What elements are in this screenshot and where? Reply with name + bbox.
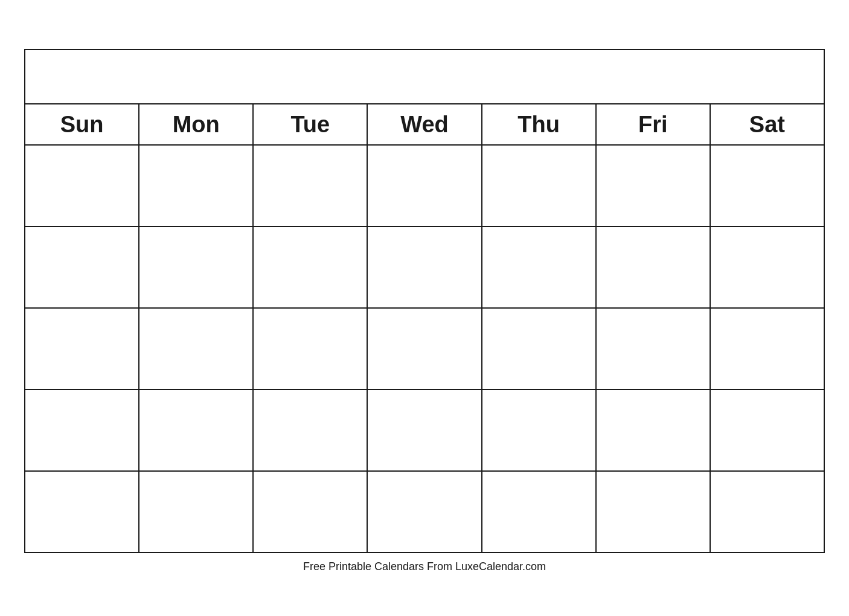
day-cell[interactable]	[139, 308, 253, 390]
day-cell[interactable]	[596, 471, 710, 553]
header-tue: Tue	[253, 104, 367, 145]
day-cell[interactable]	[367, 471, 481, 553]
day-cell[interactable]	[25, 471, 139, 553]
day-cell[interactable]	[710, 390, 824, 471]
day-cell[interactable]	[482, 471, 596, 553]
day-cell[interactable]	[367, 145, 481, 226]
header-thu: Thu	[482, 104, 596, 145]
week-row-4	[25, 390, 824, 471]
day-cell[interactable]	[253, 471, 367, 553]
week-row-1	[25, 145, 824, 226]
week-row-3	[25, 308, 824, 390]
day-cell[interactable]	[710, 145, 824, 226]
day-cell[interactable]	[596, 308, 710, 390]
day-cell[interactable]	[139, 145, 253, 226]
day-cell[interactable]	[25, 226, 139, 308]
header-mon: Mon	[139, 104, 253, 145]
calendar-wrapper: Sun Mon Tue Wed Thu Fri Sat	[0, 37, 849, 579]
day-cell[interactable]	[482, 145, 596, 226]
day-cell[interactable]	[253, 390, 367, 471]
week-row-5	[25, 471, 824, 553]
day-cell[interactable]	[25, 390, 139, 471]
day-cell[interactable]	[482, 390, 596, 471]
header-sun: Sun	[25, 104, 139, 145]
day-cell[interactable]	[710, 471, 824, 553]
day-cell[interactable]	[482, 226, 596, 308]
header-row: Sun Mon Tue Wed Thu Fri Sat	[25, 104, 824, 145]
header-sat: Sat	[710, 104, 824, 145]
day-cell[interactable]	[596, 390, 710, 471]
week-row-2	[25, 226, 824, 308]
title-cell	[25, 50, 824, 104]
day-cell[interactable]	[710, 308, 824, 390]
header-fri: Fri	[596, 104, 710, 145]
day-cell[interactable]	[367, 390, 481, 471]
day-cell[interactable]	[482, 308, 596, 390]
header-wed: Wed	[367, 104, 481, 145]
day-cell[interactable]	[253, 145, 367, 226]
day-cell[interactable]	[25, 145, 139, 226]
day-cell[interactable]	[367, 308, 481, 390]
day-cell[interactable]	[253, 226, 367, 308]
day-cell[interactable]	[710, 226, 824, 308]
day-cell[interactable]	[139, 471, 253, 553]
day-cell[interactable]	[367, 226, 481, 308]
day-cell[interactable]	[139, 390, 253, 471]
calendar-table: Sun Mon Tue Wed Thu Fri Sat	[24, 49, 825, 553]
day-cell[interactable]	[253, 308, 367, 390]
day-cell[interactable]	[596, 226, 710, 308]
footer-text: Free Printable Calendars From LuxeCalend…	[303, 560, 546, 573]
day-cell[interactable]	[596, 145, 710, 226]
day-cell[interactable]	[139, 226, 253, 308]
title-row	[25, 50, 824, 104]
day-cell[interactable]	[25, 308, 139, 390]
